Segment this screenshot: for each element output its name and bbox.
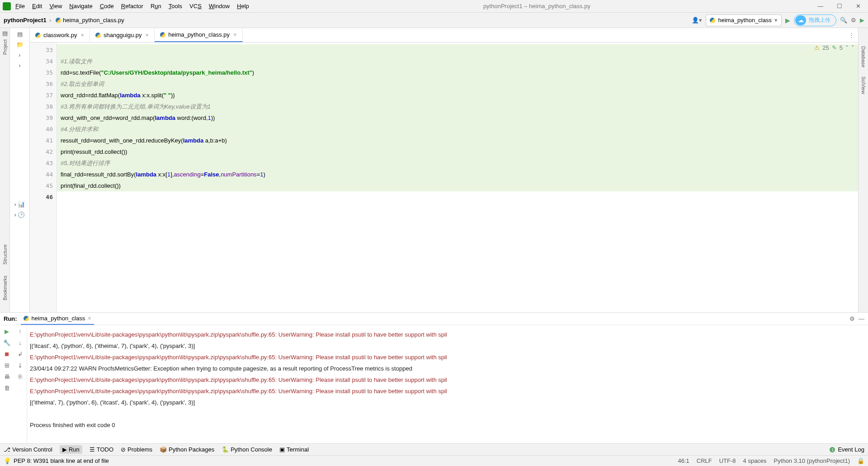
menu-vcs[interactable]: VCS	[189, 3, 202, 10]
menu-view[interactable]: View	[49, 3, 62, 10]
bottom-tab-python-console[interactable]: 🐍 Python Console	[222, 445, 272, 454]
rerun-icon[interactable]: ▶	[5, 328, 9, 335]
tab-label: classwork.py	[43, 32, 77, 38]
bottom-tab-problems[interactable]: ⊘ Problems	[121, 445, 152, 454]
bookmarks-tool-label[interactable]: Bookmarks	[2, 276, 8, 300]
menu-run[interactable]: Run	[151, 3, 161, 10]
run-settings-icon[interactable]: ⚙	[849, 315, 855, 322]
bottom-tab-python-packages[interactable]: 📦 Python Packages	[160, 445, 214, 454]
breadcrumb-project[interactable]: pythonProject1	[4, 17, 47, 24]
cloud-upload-button[interactable]: ☁ 拖拽上传	[794, 14, 836, 26]
tabs-more-icon[interactable]: ⋮	[849, 32, 854, 38]
python-file-icon	[35, 33, 41, 38]
eventlog-label[interactable]: Event Log	[838, 446, 864, 453]
delete-icon[interactable]: 🗑	[4, 385, 10, 391]
menu-refactor[interactable]: Refactor	[121, 3, 143, 10]
bottom-tab-todo[interactable]: ☰ TODO	[90, 445, 113, 454]
maximize-icon[interactable]: ☐	[837, 3, 842, 10]
sciview-tool-label[interactable]: SciView	[861, 76, 866, 94]
window-controls: — ☐ ✕	[817, 3, 861, 10]
interpreter[interactable]: Python 3.10 (pythonProject1)	[774, 457, 850, 464]
encoding[interactable]: UTF-8	[719, 457, 736, 464]
collapse-icon[interactable]: ▤	[17, 31, 23, 38]
tree-expand-3[interactable]: › 📊	[14, 201, 25, 208]
editor: classwork.py× shangguigu.py× heima_pytho…	[30, 28, 858, 312]
tab-heima[interactable]: heima_python_class.py×	[155, 28, 242, 42]
run-label: Run:	[4, 315, 17, 322]
stop-icon[interactable]: ⏹	[4, 351, 10, 357]
tab-shangguigu[interactable]: shangguigu.py×	[90, 28, 155, 42]
menu-code[interactable]: Code	[100, 3, 114, 10]
up-icon[interactable]: ↑	[19, 328, 22, 335]
close-tab-icon[interactable]: ×	[233, 31, 237, 38]
python-icon	[710, 18, 715, 23]
python-file-icon	[160, 32, 165, 38]
tree-expand-1[interactable]: ›	[19, 52, 20, 58]
python-file-icon	[95, 33, 101, 38]
project-tool-icon[interactable]: ▤	[2, 30, 8, 37]
tree-expand-4[interactable]: › 🕑	[14, 211, 25, 218]
menu-file[interactable]: File	[15, 3, 25, 10]
bottom-tab-version-control[interactable]: ⎇ Version Control	[4, 445, 52, 454]
menu-window[interactable]: Window	[209, 3, 230, 10]
pep8-hint[interactable]: 💡 PEP 8: W391 blank line at end of file	[4, 457, 109, 464]
cloud-icon: ☁	[795, 15, 806, 25]
run-anything-icon[interactable]: ▶	[860, 17, 864, 24]
lock-icon[interactable]: 🔒	[857, 457, 864, 464]
tab-classwork[interactable]: classwork.py×	[30, 28, 90, 42]
chevron-right-icon: ›	[49, 17, 51, 24]
layout-icon[interactable]: ⊞	[5, 362, 9, 369]
close-icon[interactable]: ✕	[856, 3, 861, 10]
folder-icon[interactable]: 📁	[16, 41, 24, 48]
code-text[interactable]: ⚠25 ✎5 ˄ ˅ #1.读取文件rdd=sc.textFile("C:/Us…	[57, 43, 858, 312]
navigation-bar: pythonProject1 › heima_python_class.py 👤…	[0, 13, 868, 28]
indent[interactable]: 4 spaces	[743, 457, 767, 464]
run-configuration-selector[interactable]: heima_python_class ▾	[706, 14, 782, 26]
close-tab-icon[interactable]: ×	[80, 32, 84, 38]
project-tree[interactable]: ▤ 📁 › › › 📊 › 🕑	[10, 28, 30, 312]
run-tab[interactable]: heima_python_class ×	[21, 313, 94, 325]
line-separator[interactable]: CRLF	[697, 457, 712, 464]
warning-icon: ⚠	[814, 44, 820, 51]
scrolllock-icon[interactable]: ⤓	[18, 362, 23, 369]
inspections-widget[interactable]: ⚠25 ✎5 ˄ ˅	[814, 44, 854, 51]
breadcrumb-file[interactable]: heima_python_class.py	[63, 17, 124, 24]
eventlog-badge: 1	[830, 447, 835, 452]
breadcrumb[interactable]: pythonProject1 › heima_python_class.py	[4, 17, 124, 24]
project-tool-label[interactable]: Project	[2, 39, 8, 55]
down-icon[interactable]: ↓	[19, 339, 22, 346]
chevron-up-icon[interactable]: ˄	[845, 44, 849, 51]
add-user-icon[interactable]: 👤▾	[692, 17, 702, 24]
python-file-icon	[56, 18, 61, 23]
softwrap-icon[interactable]: ↲	[18, 351, 23, 357]
tab-label: shangguigu.py	[104, 32, 142, 38]
close-run-tab-icon[interactable]: ×	[88, 315, 91, 322]
app-logo-icon	[3, 2, 11, 10]
code-area[interactable]: 3334353637383940414243444546 ⚠25 ✎5 ˄ ˅ …	[30, 43, 858, 312]
cloud-label: 拖拽上传	[809, 16, 830, 24]
debug-settings-icon[interactable]: 🔧	[3, 339, 10, 346]
menu-navigate[interactable]: Navigate	[69, 3, 92, 10]
python-icon	[24, 316, 29, 321]
console-output[interactable]: E:\pythonProject1\venv\Lib\site-packages…	[27, 325, 868, 443]
minimize-icon[interactable]: —	[817, 3, 823, 10]
menu-edit[interactable]: Edit	[32, 3, 42, 10]
run-tool-window: Run: heima_python_class × ⚙ — ▶ 🔧 ⏹ ⊞ 🖶 …	[0, 312, 868, 443]
line-gutter: 3334353637383940414243444546	[30, 43, 57, 312]
caret-position[interactable]: 46:1	[678, 457, 689, 464]
print-icon[interactable]: 🖶	[4, 373, 10, 380]
close-tab-icon[interactable]: ×	[146, 32, 149, 38]
export-icon[interactable]: ⎘	[19, 373, 22, 380]
menu-tools[interactable]: Tools	[169, 3, 182, 10]
bottom-tab-run[interactable]: ▶ Run	[60, 445, 82, 454]
menu-help[interactable]: Help	[237, 3, 249, 10]
database-tool-label[interactable]: Database	[861, 46, 866, 67]
run-minimize-icon[interactable]: —	[859, 315, 864, 322]
run-button[interactable]: ▶	[785, 17, 790, 24]
chevron-down-icon[interactable]: ˅	[851, 44, 854, 51]
tree-expand-2[interactable]: ›	[19, 62, 20, 69]
search-icon[interactable]: 🔍	[840, 17, 847, 24]
bottom-tab-terminal[interactable]: ▣ Terminal	[279, 445, 309, 454]
gear-icon[interactable]: ⚙	[851, 17, 856, 24]
structure-tool-label[interactable]: Structure	[2, 244, 8, 265]
